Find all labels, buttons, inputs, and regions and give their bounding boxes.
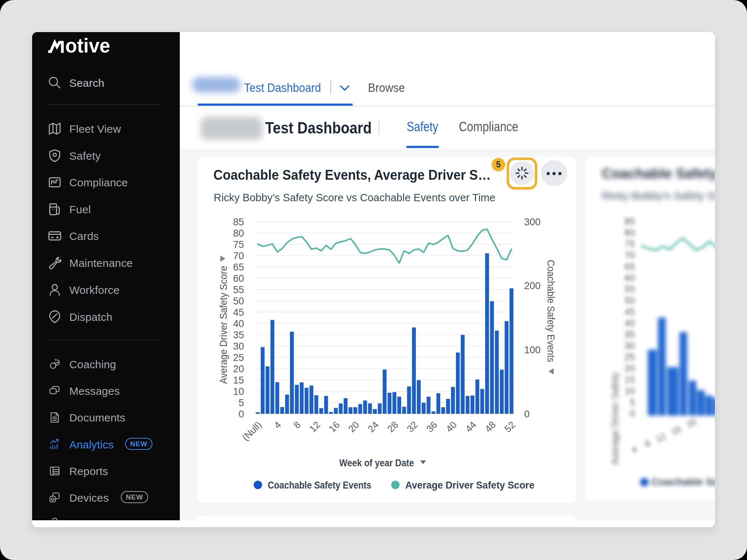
svg-text:85: 85 <box>233 217 244 228</box>
svg-text:Average Driver Safety Score: Average Driver Safety Score <box>218 266 229 384</box>
svg-text:Average Driver Safety Score: Average Driver Safety Score <box>405 479 534 491</box>
svg-text:4: 4 <box>272 419 283 431</box>
svg-text:100: 100 <box>524 345 541 355</box>
svg-text:52: 52 <box>502 419 518 435</box>
svg-text:0: 0 <box>239 409 244 420</box>
svg-text:30: 30 <box>233 341 244 352</box>
svg-text:32: 32 <box>405 419 420 435</box>
svg-text:80: 80 <box>233 228 244 239</box>
svg-text:20: 20 <box>346 419 361 435</box>
svg-text:10: 10 <box>233 386 244 397</box>
svg-text:25: 25 <box>233 352 244 363</box>
svg-text:Week of year Date: Week of year Date <box>339 458 414 468</box>
svg-text:15: 15 <box>233 375 244 386</box>
svg-text:16: 16 <box>326 419 342 435</box>
svg-text:40: 40 <box>233 318 244 329</box>
svg-text:12: 12 <box>307 419 322 435</box>
svg-text:60: 60 <box>233 273 244 284</box>
svg-text:20: 20 <box>233 363 244 374</box>
svg-text:Coachable Safety Events: Coachable Safety Events <box>545 260 557 362</box>
svg-text:Coachable Safety Events: Coachable Safety Events <box>268 479 371 491</box>
svg-text:200: 200 <box>524 280 541 291</box>
svg-text:65: 65 <box>233 262 244 273</box>
svg-text:50: 50 <box>233 296 244 307</box>
svg-text:300: 300 <box>524 217 541 228</box>
svg-text:(Null): (Null) <box>240 419 264 443</box>
svg-text:28: 28 <box>385 419 400 435</box>
svg-text:48: 48 <box>483 419 498 435</box>
svg-text:70: 70 <box>233 250 244 261</box>
svg-text:24: 24 <box>365 419 381 435</box>
svg-text:5: 5 <box>239 397 244 408</box>
svg-text:44: 44 <box>463 419 479 435</box>
svg-text:8: 8 <box>291 419 303 431</box>
svg-text:36: 36 <box>424 419 440 435</box>
svg-text:45: 45 <box>233 307 244 318</box>
svg-text:35: 35 <box>233 330 244 341</box>
svg-text:0: 0 <box>524 409 530 420</box>
svg-text:75: 75 <box>233 239 244 250</box>
svg-text:55: 55 <box>233 284 244 295</box>
svg-text:40: 40 <box>444 419 459 435</box>
